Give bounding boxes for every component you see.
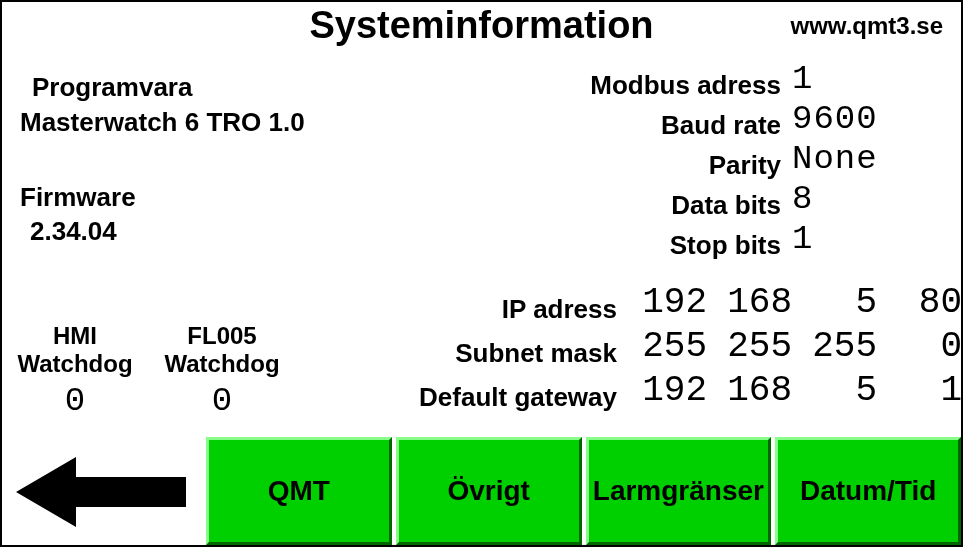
- hmi-watchdog-label-1: HMI: [10, 322, 140, 350]
- fl005-watchdog-block: FL005 Watchdog 0: [157, 322, 287, 420]
- hmi-watchdog-label-2: Watchdog: [10, 350, 140, 378]
- software-value: Masterwatch 6 TRO 1.0: [20, 107, 305, 138]
- data-bits-label: Data bits: [671, 190, 781, 221]
- datum-button-label: Datum/Tid: [800, 475, 936, 507]
- stop-bits-value: 1: [792, 220, 813, 258]
- qmt-button-label: QMT: [268, 475, 330, 507]
- gateway-octet-1: 192: [622, 370, 707, 411]
- parity-label: Parity: [709, 150, 781, 181]
- datum-tid-button[interactable]: Datum/Tid: [775, 437, 961, 545]
- fl005-watchdog-value: 0: [157, 382, 287, 420]
- default-gateway-value: 192 168 5 1: [622, 370, 962, 411]
- subnet-octet-2: 255: [707, 326, 792, 367]
- ip-address-value: 192 168 5 80: [622, 282, 962, 323]
- ip-octet-1: 192: [622, 282, 707, 323]
- larmgranser-button[interactable]: Larmgränser: [586, 437, 772, 545]
- ovrigt-button-label: Övrigt: [447, 475, 529, 507]
- ip-octet-3: 5: [792, 282, 877, 323]
- ip-octet-2: 168: [707, 282, 792, 323]
- data-bits-value: 8: [792, 180, 813, 218]
- ip-address-label: IP adress: [367, 294, 617, 325]
- larm-button-label: Larmgränser: [593, 475, 764, 507]
- firmware-label: Firmware: [20, 182, 136, 213]
- back-button[interactable]: [2, 437, 202, 545]
- gateway-octet-4: 1: [877, 370, 962, 411]
- qmt-button[interactable]: QMT: [206, 437, 392, 545]
- subnet-octet-1: 255: [622, 326, 707, 367]
- ip-octet-4: 80: [877, 282, 962, 323]
- parity-value: None: [792, 140, 878, 178]
- subnet-octet-3: 255: [792, 326, 877, 367]
- ovrigt-button[interactable]: Övrigt: [396, 437, 582, 545]
- software-label: Programvara: [32, 72, 192, 103]
- bottom-nav: QMT Övrigt Larmgränser Datum/Tid: [2, 437, 961, 545]
- modbus-address-value: 1: [792, 60, 813, 98]
- baud-rate-value: 9600: [792, 100, 878, 138]
- svg-marker-0: [16, 457, 186, 527]
- gateway-octet-2: 168: [707, 370, 792, 411]
- baud-rate-label: Baud rate: [661, 110, 781, 141]
- modbus-address-label: Modbus adress: [590, 70, 781, 101]
- subnet-mask-label: Subnet mask: [367, 338, 617, 369]
- subnet-mask-value: 255 255 255 0: [622, 326, 962, 367]
- stop-bits-label: Stop bits: [670, 230, 781, 261]
- firmware-value: 2.34.04: [30, 216, 117, 247]
- hmi-watchdog-block: HMI Watchdog 0: [10, 322, 140, 420]
- fl005-watchdog-label-1: FL005: [157, 322, 287, 350]
- default-gateway-label: Default gateway: [367, 382, 617, 413]
- fl005-watchdog-label-2: Watchdog: [157, 350, 287, 378]
- gateway-octet-3: 5: [792, 370, 877, 411]
- vendor-url: www.qmt3.se: [791, 12, 943, 40]
- subnet-octet-4: 0: [877, 326, 962, 367]
- hmi-watchdog-value: 0: [10, 382, 140, 420]
- arrow-left-icon: [16, 457, 186, 527]
